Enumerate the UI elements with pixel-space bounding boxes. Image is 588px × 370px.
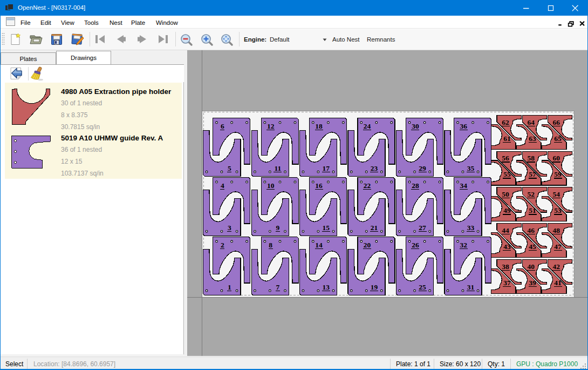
svg-text:1: 1 <box>228 283 231 291</box>
svg-text:15: 15 <box>322 224 330 232</box>
svg-text:26: 26 <box>412 241 419 249</box>
svg-text:4: 4 <box>221 181 224 190</box>
svg-text:58: 58 <box>527 154 535 162</box>
svg-text:57: 57 <box>529 170 536 178</box>
svg-text:64: 64 <box>527 118 535 126</box>
svg-text:35: 35 <box>467 164 475 172</box>
svg-text:30: 30 <box>412 122 419 130</box>
svg-text:18: 18 <box>315 122 323 130</box>
svg-text:16: 16 <box>315 181 323 190</box>
svg-text:22: 22 <box>364 181 371 190</box>
svg-text:52: 52 <box>527 190 535 198</box>
svg-text:60: 60 <box>553 154 560 162</box>
svg-text:42: 42 <box>553 263 560 271</box>
svg-text:8: 8 <box>269 241 272 249</box>
svg-text:13: 13 <box>322 283 330 291</box>
svg-text:43: 43 <box>503 243 511 251</box>
svg-text:36: 36 <box>460 122 468 130</box>
svg-text:28: 28 <box>412 181 419 190</box>
svg-text:34: 34 <box>460 181 468 190</box>
svg-text:59: 59 <box>554 170 562 178</box>
svg-text:11: 11 <box>274 164 281 172</box>
svg-text:3: 3 <box>228 224 231 232</box>
svg-text:55: 55 <box>503 170 511 178</box>
svg-text:66: 66 <box>553 118 560 126</box>
svg-text:63: 63 <box>529 134 536 143</box>
svg-text:21: 21 <box>371 224 378 232</box>
svg-text:37: 37 <box>503 279 511 287</box>
svg-text:65: 65 <box>554 134 562 143</box>
svg-text:44: 44 <box>502 226 509 234</box>
svg-text:61: 61 <box>503 134 511 143</box>
svg-text:20: 20 <box>364 241 371 249</box>
svg-text:32: 32 <box>460 241 468 249</box>
svg-text:41: 41 <box>554 279 562 287</box>
svg-text:51: 51 <box>529 206 536 214</box>
svg-text:47: 47 <box>554 243 562 251</box>
svg-text:50: 50 <box>502 190 509 198</box>
svg-text:2: 2 <box>221 241 224 249</box>
svg-text:29: 29 <box>419 164 426 172</box>
svg-text:31: 31 <box>467 283 475 291</box>
svg-text:7: 7 <box>276 283 279 291</box>
svg-text:39: 39 <box>529 279 536 287</box>
svg-text:62: 62 <box>502 118 509 126</box>
svg-text:19: 19 <box>371 283 378 291</box>
svg-text:14: 14 <box>315 241 323 249</box>
svg-text:6: 6 <box>221 122 224 130</box>
svg-text:54: 54 <box>553 190 560 198</box>
svg-text:45: 45 <box>529 243 536 251</box>
svg-text:25: 25 <box>419 283 426 291</box>
svg-text:9: 9 <box>276 224 279 232</box>
svg-text:46: 46 <box>527 226 535 234</box>
svg-text:17: 17 <box>322 164 330 172</box>
svg-text:33: 33 <box>467 224 475 232</box>
svg-text:56: 56 <box>502 154 509 162</box>
svg-text:53: 53 <box>554 206 562 214</box>
svg-text:23: 23 <box>371 164 378 172</box>
svg-text:24: 24 <box>364 122 371 130</box>
svg-text:40: 40 <box>527 263 535 271</box>
svg-text:5: 5 <box>228 164 231 172</box>
svg-text:12: 12 <box>267 122 275 130</box>
svg-text:27: 27 <box>419 224 426 232</box>
svg-text:48: 48 <box>553 226 560 234</box>
svg-text:38: 38 <box>502 263 509 271</box>
svg-text:10: 10 <box>267 181 275 190</box>
svg-text:49: 49 <box>503 206 511 214</box>
